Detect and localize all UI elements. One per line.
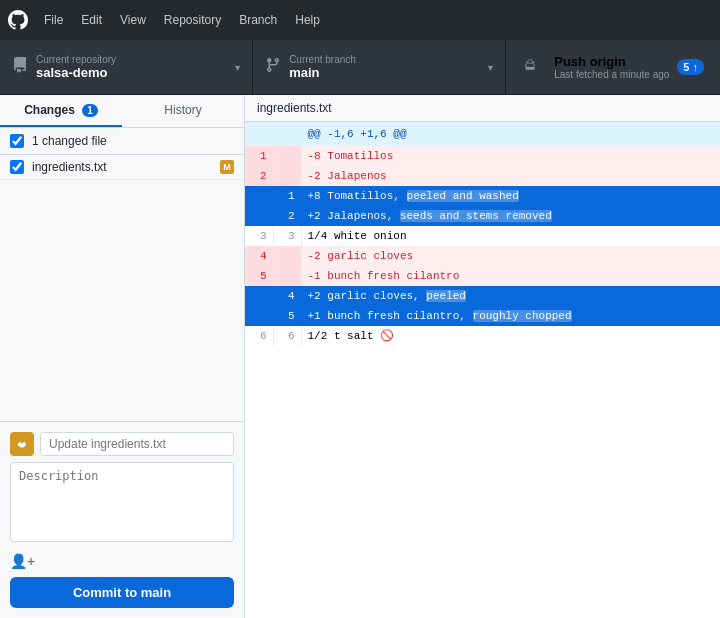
menu-repository[interactable]: Repository: [156, 9, 229, 31]
diff-line-content: +2 Jalapenos, seeds and stems removed: [301, 206, 720, 226]
diff-row-removed: 4 -2 garlic cloves: [245, 246, 720, 266]
commit-summary-row: [10, 432, 234, 456]
diff-old-num: 4: [245, 246, 273, 266]
commit-description-input[interactable]: [10, 462, 234, 542]
diff-table: @@ -1,6 +1,6 @@ 1 -8 Tomatillos 2 -2 Jal…: [245, 122, 720, 346]
diff-line-content: -2 Jalapenos: [301, 166, 720, 186]
file-status-badge: M: [220, 160, 234, 174]
diff-new-num: [273, 166, 301, 186]
diff-panel[interactable]: ingredients.txt @@ -1,6 +1,6 @@ 1 -8 Tom…: [245, 95, 720, 618]
menu-file[interactable]: File: [36, 9, 71, 31]
commit-summary-input[interactable]: [40, 432, 234, 456]
diff-line-num-empty2: [273, 122, 301, 146]
menu-branch[interactable]: Branch: [231, 9, 285, 31]
diff-line-num-empty: [245, 122, 273, 146]
changed-files-count: 1 changed file: [32, 134, 234, 148]
diff-line-content: +2 garlic cloves, peeled: [301, 286, 720, 306]
file-item[interactable]: ingredients.txt M: [0, 155, 244, 180]
github-icon: [8, 10, 28, 30]
diff-row-removed: 1 -8 Tomatillos: [245, 146, 720, 166]
repo-name: salsa-demo: [36, 65, 108, 80]
diff-filename: ingredients.txt: [245, 95, 720, 122]
diff-hunk-header: @@ -1,6 +1,6 @@: [245, 122, 720, 146]
diff-line-content: +1 bunch fresh cilantro, roughly chopped: [301, 306, 720, 326]
diff-row-context: 6 6 1/2 t salt 🚫: [245, 326, 720, 346]
push-title: Push origin: [554, 54, 669, 69]
push-subtitle: Last fetched a minute ago: [554, 69, 669, 80]
diff-old-num: [245, 306, 273, 326]
diff-line-content: +8 Tomatillos, peeled and washed: [301, 186, 720, 206]
commit-footer: 👤+: [10, 553, 234, 569]
repo-chevron-icon: ▾: [235, 62, 240, 73]
diff-row-added-selected: 2 +2 Jalapenos, seeds and stems removed: [245, 206, 720, 226]
top-bar-menu: File Edit View Repository Branch Help: [36, 9, 328, 31]
person-add-icon: 👤+: [10, 553, 35, 569]
push-origin-section[interactable]: Push origin Last fetched a minute ago 5 …: [506, 40, 720, 94]
menu-view[interactable]: View: [112, 9, 154, 31]
diff-new-num: [273, 146, 301, 166]
tab-changes[interactable]: Changes 1: [0, 95, 122, 127]
diff-old-num: [245, 286, 273, 306]
diff-new-num: 1: [273, 186, 301, 206]
diff-row-added-selected: 5 +1 bunch fresh cilantro, roughly chopp…: [245, 306, 720, 326]
diff-row-added-selected: 1 +8 Tomatillos, peeled and washed: [245, 186, 720, 206]
diff-old-num: 6: [245, 326, 273, 346]
diff-line-content: -1 bunch fresh cilantro: [301, 266, 720, 286]
diff-new-num: 6: [273, 326, 301, 346]
diff-row-added-selected: 4 +2 garlic cloves, peeled: [245, 286, 720, 306]
diff-old-num: 3: [245, 226, 273, 246]
diff-new-num: [273, 246, 301, 266]
branch-text: Current branch main: [289, 54, 484, 80]
commit-button[interactable]: Commit to main: [10, 577, 234, 608]
diff-line-content: 1/2 t salt 🚫: [301, 326, 720, 346]
repo-icon: [12, 57, 28, 77]
diff-line-content: 1/4 white onion: [301, 226, 720, 246]
current-branch-section[interactable]: Current branch main ▾: [253, 40, 506, 94]
branch-icon: [265, 57, 281, 77]
diff-old-num: 2: [245, 166, 273, 186]
file-name: ingredients.txt: [32, 160, 220, 174]
commit-avatar: [10, 432, 34, 456]
tabs: Changes 1 History: [0, 95, 244, 128]
diff-old-num: [245, 206, 273, 226]
add-coauthor-button[interactable]: 👤+: [10, 553, 35, 569]
diff-line-content: -8 Tomatillos: [301, 146, 720, 166]
tab-history[interactable]: History: [122, 95, 244, 127]
menu-help[interactable]: Help: [287, 9, 328, 31]
push-icon: [522, 57, 538, 77]
left-panel: Changes 1 History 1 changed file ingredi…: [0, 95, 245, 618]
diff-old-num: [245, 186, 273, 206]
diff-new-num: 3: [273, 226, 301, 246]
diff-new-num: 2: [273, 206, 301, 226]
current-repository-section[interactable]: Current repository salsa-demo ▾: [0, 40, 253, 94]
changes-badge: 1: [82, 104, 98, 117]
branch-chevron-icon: ▾: [488, 62, 493, 73]
diff-line-content: -2 garlic cloves: [301, 246, 720, 266]
diff-row-removed: 5 -1 bunch fresh cilantro: [245, 266, 720, 286]
file-checkbox[interactable]: [10, 160, 24, 174]
push-text: Push origin Last fetched a minute ago: [554, 54, 669, 80]
repo-label: Current repository: [36, 54, 231, 65]
branch-name: main: [289, 65, 319, 80]
branch-label: Current branch: [289, 54, 484, 65]
main-layout: Changes 1 History 1 changed file ingredi…: [0, 95, 720, 618]
left-panel-spacer: [0, 180, 244, 421]
diff-row-removed: 2 -2 Jalapenos: [245, 166, 720, 186]
diff-new-num: [273, 266, 301, 286]
commit-area: 👤+ Commit to main: [0, 421, 244, 618]
diff-old-num: 5: [245, 266, 273, 286]
diff-new-num: 5: [273, 306, 301, 326]
diff-row-context: 3 3 1/4 white onion: [245, 226, 720, 246]
file-list-header: 1 changed file: [0, 128, 244, 155]
toolbar: Current repository salsa-demo ▾ Current …: [0, 40, 720, 95]
diff-old-num: 1: [245, 146, 273, 166]
diff-new-num: 4: [273, 286, 301, 306]
repo-text: Current repository salsa-demo: [36, 54, 231, 80]
diff-hunk-content: @@ -1,6 +1,6 @@: [301, 122, 720, 146]
menu-edit[interactable]: Edit: [73, 9, 110, 31]
push-badge: 5 ↑: [677, 59, 704, 75]
select-all-checkbox[interactable]: [10, 134, 24, 148]
top-bar: File Edit View Repository Branch Help: [0, 0, 720, 40]
file-list: ingredients.txt M: [0, 155, 244, 180]
